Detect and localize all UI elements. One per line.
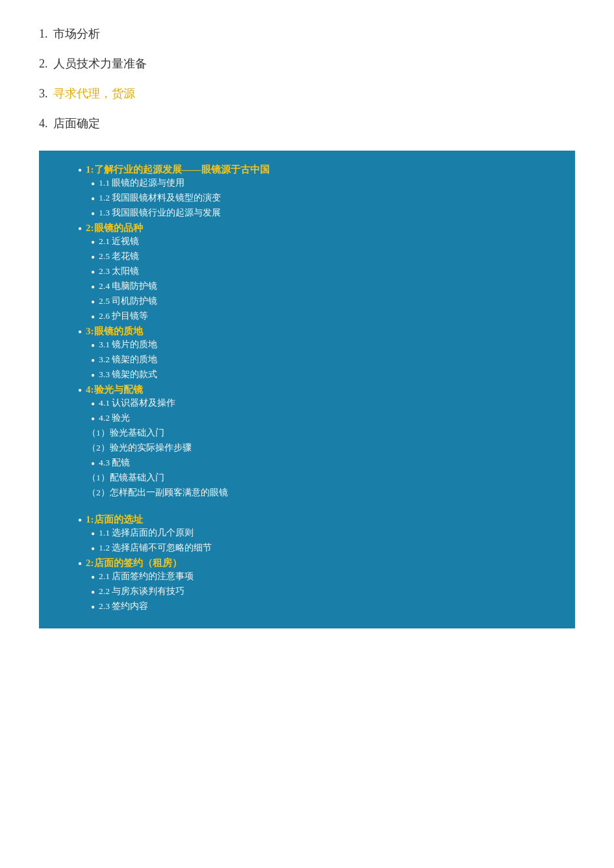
item-text: 2.1 近视镜 [99,236,139,247]
list-item-2: 2. 人员技术力量准备 [39,56,575,71]
list-item: ● 2.3 太阳镜 [52,266,556,277]
bullet-icon: ● [91,313,95,320]
section1-continued: ● 4.3 配镜 [52,457,556,469]
item-text: 1.1 选择店面的几个原则 [99,527,194,539]
item-text: 1.3 我国眼镜行业的起源与发展 [99,207,221,219]
list-item: ● 2:眼镜的品种 [52,222,556,234]
item-text: 4:验光与配镜 [86,384,143,396]
list-item: ● 2.2 与房东谈判有技巧 [52,586,556,597]
bullet-icon: ● [91,195,95,202]
section1-list: ● 1:了解行业的起源发展——眼镜源于古中国 ● 1.1 眼镜的起源与使用 ● … [52,164,556,424]
sub-item-text: （2）验光的实际操作步骤 [52,442,556,454]
list-item: ● 1.2 我国眼镜材料及镜型的演变 [52,192,556,204]
sub-item-text: （2）怎样配出一副顾客满意的眼镜 [52,487,556,499]
item-text: 2.1 店面签约的注意事项 [99,571,194,582]
item-text: 2:店面的签约（租房） [86,557,182,569]
sub-item-text: （1）配镜基础入门 [52,472,556,484]
bullet-icon: ● [91,573,95,580]
list-item-1: 1. 市场分析 [39,26,575,42]
item-text: 2.4 电脑防护镜 [99,280,157,292]
bullet-icon: ● [91,253,95,260]
bullet-icon: ● [78,386,82,393]
item-text: 4.2 验光 [99,412,130,424]
list-item: ● 3.3 镜架的款式 [52,369,556,380]
item-text: 4.3 配镜 [99,457,130,469]
list-item-3: 3. 寻求代理，货源 [39,86,575,101]
item-text: 1:了解行业的起源发展——眼镜源于古中国 [86,164,270,176]
item-text: 3.3 镜架的款式 [99,369,157,380]
page-wrapper: 1. 市场分析 2. 人员技术力量准备 3. 寻求代理，货源 4. 店面确定 ●… [0,0,614,641]
item-text: 2.3 签约内容 [99,601,148,612]
list-item: ● 2.4 电脑防护镜 [52,280,556,292]
bullet-icon: ● [91,210,95,217]
numbered-list: 1. 市场分析 2. 人员技术力量准备 3. 寻求代理，货源 4. 店面确定 [39,26,575,131]
list-item: ● 1.3 我国眼镜行业的起源与发展 [52,207,556,219]
item-label: 店面确定 [53,116,100,131]
item-label: 寻求代理，货源 [53,86,135,101]
item-text: 3.1 镜片的质地 [99,339,157,351]
list-item: ● 1.1 选择店面的几个原则 [52,527,556,539]
bullet-icon: ● [91,530,95,537]
item-text: 1:店面的选址 [86,514,143,526]
item-label: 市场分析 [53,26,100,42]
list-item: ● 1.2 选择店铺不可忽略的细节 [52,542,556,554]
bullet-icon: ● [91,400,95,407]
list-item: ● 3.2 镜架的质地 [52,354,556,366]
list-item: ● 4.1 认识器材及操作 [52,397,556,409]
bullet-icon: ● [91,356,95,364]
bullet-icon: ● [78,516,82,523]
section2-list: ● 1:店面的选址 ● 1.1 选择店面的几个原则 ● 1.2 选择店铺不可忽略… [52,514,556,612]
list-item: ● 2.5 老花镜 [52,251,556,262]
list-item: ● 2.1 近视镜 [52,236,556,247]
list-item: ● 2:店面的签约（租房） [52,557,556,569]
bullet-icon: ● [91,371,95,378]
bullet-icon: ● [78,560,82,567]
item-text: 3.2 镜架的质地 [99,354,157,366]
item-text: 2.3 太阳镜 [99,266,139,277]
list-item: ● 4:验光与配镜 [52,384,556,396]
item-text: 1.2 我国眼镜材料及镜型的演变 [99,192,221,204]
list-item: ● 1:店面的选址 [52,514,556,526]
item-text: 2.6 护目镜等 [99,310,148,322]
item-number: 1. [39,27,48,41]
list-item: ● 4.2 验光 [52,412,556,424]
item-text: 4.1 认识器材及操作 [99,397,175,409]
item-text: 3:眼镜的质地 [86,325,143,338]
teal-content-box: ● 1:了解行业的起源发展——眼镜源于古中国 ● 1.1 眼镜的起源与使用 ● … [39,151,575,628]
item-text: 2.5 老花镜 [99,251,139,262]
bullet-icon: ● [91,268,95,275]
list-item: ● 4.3 配镜 [52,457,556,469]
bullet-icon: ● [91,238,95,245]
item-text: 1.2 选择店铺不可忽略的细节 [99,542,212,554]
bullet-icon: ● [78,225,82,232]
sub-item-text: （1）验光基础入门 [52,427,556,439]
item-number: 3. [39,87,48,101]
list-item: ● 2.6 护目镜等 [52,310,556,322]
item-number: 2. [39,57,48,71]
item-text: 2.5 司机防护镜 [99,295,157,307]
bullet-icon: ● [91,283,95,290]
bullet-icon: ● [91,460,95,467]
list-item: ● 2.5 司机防护镜 [52,295,556,307]
item-label: 人员技术力量准备 [53,56,147,71]
list-item: ● 3.1 镜片的质地 [52,339,556,351]
bullet-icon: ● [78,166,82,173]
list-item: ● 3:眼镜的质地 [52,325,556,338]
item-number: 4. [39,117,48,130]
list-item-4: 4. 店面确定 [39,116,575,131]
item-text: 1.1 眼镜的起源与使用 [99,177,185,189]
list-item: ● 2.3 签约内容 [52,601,556,612]
bullet-icon: ● [91,603,95,610]
bullet-icon: ● [91,180,95,187]
bullet-icon: ● [91,545,95,552]
item-text: 2:眼镜的品种 [86,222,143,234]
bullet-icon: ● [91,588,95,595]
list-item: ● 1:了解行业的起源发展——眼镜源于古中国 [52,164,556,176]
bullet-icon: ● [78,328,82,335]
bullet-icon: ● [91,415,95,422]
list-item: ● 2.1 店面签约的注意事项 [52,571,556,582]
bullet-icon: ● [91,298,95,305]
list-item: ● 1.1 眼镜的起源与使用 [52,177,556,189]
item-text: 2.2 与房东谈判有技巧 [99,586,185,597]
bullet-icon: ● [91,341,95,349]
